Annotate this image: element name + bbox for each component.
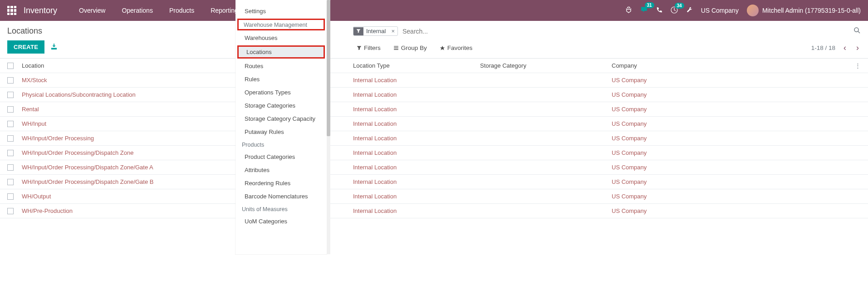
list-row[interactable]: WH/Input/Order Processing/Dispatch Zone/… bbox=[0, 175, 235, 189]
location-name[interactable]: WH/Input bbox=[22, 120, 46, 127]
cell-type[interactable]: Internal Location bbox=[353, 106, 480, 113]
list-row[interactable]: Rental bbox=[0, 102, 235, 117]
checkbox[interactable] bbox=[7, 193, 14, 200]
checkbox[interactable] bbox=[7, 179, 14, 185]
dropdown-item[interactable]: Putaway Rules bbox=[235, 125, 327, 138]
list-row[interactable]: WH/Pre-Production bbox=[0, 204, 235, 218]
location-name[interactable]: WH/Input/Order Processing/Dispatch Zone/… bbox=[22, 178, 153, 185]
dropdown-item[interactable]: Storage Category Capacity bbox=[235, 112, 327, 125]
cell-type[interactable]: Internal Location bbox=[353, 178, 480, 185]
cell-company[interactable]: US Company bbox=[612, 207, 852, 214]
checkbox[interactable] bbox=[7, 106, 14, 113]
optional-columns-icon[interactable]: ⋮ bbox=[852, 62, 861, 69]
dropdown-item[interactable]: UoM Categories bbox=[235, 215, 327, 228]
cell-company[interactable]: US Company bbox=[612, 178, 852, 185]
location-name[interactable]: WH/Input/Order Processing/Dispatch Zone bbox=[22, 149, 133, 156]
dropdown-item[interactable]: Reordering Rules bbox=[235, 177, 327, 190]
list-row[interactable]: WH/Output bbox=[0, 189, 235, 204]
search-icon[interactable] bbox=[853, 27, 861, 35]
cell-type[interactable]: Internal Location bbox=[353, 77, 480, 84]
cell-company[interactable]: US Company bbox=[612, 149, 852, 156]
messages-icon[interactable]: 31 bbox=[640, 6, 648, 15]
cell-company[interactable]: US Company bbox=[612, 164, 852, 171]
checkbox[interactable] bbox=[7, 164, 14, 171]
cell-company[interactable]: US Company bbox=[612, 106, 852, 113]
location-name[interactable]: Rental bbox=[22, 106, 39, 113]
checkbox[interactable] bbox=[7, 121, 14, 127]
cell-company[interactable]: US Company bbox=[612, 135, 852, 142]
activities-icon[interactable]: 34 bbox=[671, 6, 678, 15]
checkbox[interactable] bbox=[7, 77, 14, 84]
tools-icon[interactable] bbox=[686, 6, 693, 15]
dropdown-scrollbar[interactable] bbox=[327, 0, 330, 254]
checkbox-all[interactable] bbox=[7, 63, 14, 69]
list-row[interactable]: WH/Input bbox=[0, 117, 235, 131]
location-name[interactable]: WH/Pre-Production bbox=[22, 207, 73, 214]
company-selector[interactable]: US Company bbox=[701, 7, 739, 14]
favorites-button[interactable]: Favorites bbox=[440, 44, 473, 51]
table-row[interactable]: Internal LocationUS Company bbox=[330, 189, 868, 204]
nav-overview[interactable]: Overview bbox=[71, 1, 113, 20]
bug-icon[interactable] bbox=[625, 6, 632, 15]
cell-type[interactable]: Internal Location bbox=[353, 164, 480, 171]
checkbox[interactable] bbox=[7, 208, 14, 214]
table-row[interactable]: Internal LocationUS Company bbox=[330, 117, 868, 131]
dropdown-item[interactable]: Attributes bbox=[235, 163, 327, 177]
dropdown-item[interactable]: Operations Types bbox=[235, 86, 327, 99]
list-row[interactable]: WH/Input/Order Processing/Dispatch Zone/… bbox=[0, 160, 235, 175]
list-row[interactable]: Physical Locations/Subcontracting Locati… bbox=[0, 88, 235, 102]
table-row[interactable]: Internal LocationUS Company bbox=[330, 175, 868, 189]
dropdown-item[interactable]: Storage Categories bbox=[235, 99, 327, 112]
cell-company[interactable]: US Company bbox=[612, 77, 852, 84]
table-row[interactable]: Internal LocationUS Company bbox=[330, 73, 868, 88]
table-row[interactable]: Internal LocationUS Company bbox=[330, 102, 868, 117]
location-name[interactable]: WH/Output bbox=[22, 193, 51, 200]
cell-type[interactable]: Internal Location bbox=[353, 193, 480, 200]
cell-type[interactable]: Internal Location bbox=[353, 207, 480, 214]
search-input[interactable] bbox=[402, 28, 853, 35]
pager-next[interactable]: › bbox=[854, 43, 861, 53]
checkbox[interactable] bbox=[7, 150, 14, 156]
table-row[interactable]: Internal LocationUS Company bbox=[330, 88, 868, 102]
cell-type[interactable]: Internal Location bbox=[353, 91, 480, 98]
dropdown-item[interactable]: Warehouses bbox=[235, 31, 327, 44]
list-row[interactable]: WH/Input/Order Processing bbox=[0, 131, 235, 146]
list-row[interactable]: MX/Stock bbox=[0, 73, 235, 88]
app-brand[interactable]: Inventory bbox=[24, 6, 57, 15]
filters-button[interactable]: Filters bbox=[357, 44, 381, 51]
user-menu[interactable]: Mitchell Admin (17795319-15-0-all) bbox=[747, 5, 861, 16]
table-row[interactable]: Internal LocationUS Company bbox=[330, 204, 868, 218]
cell-company[interactable]: US Company bbox=[612, 120, 852, 127]
facet-remove[interactable]: × bbox=[388, 27, 397, 35]
pager-text[interactable]: 1-18 / 18 bbox=[811, 44, 835, 51]
dropdown-item[interactable]: Settings bbox=[235, 5, 327, 18]
create-button[interactable]: CREATE bbox=[7, 40, 44, 54]
location-name[interactable]: WH/Input/Order Processing/Dispatch Zone/… bbox=[22, 164, 153, 171]
nav-products[interactable]: Products bbox=[161, 1, 202, 20]
cell-company[interactable]: US Company bbox=[612, 91, 852, 98]
table-row[interactable]: Internal LocationUS Company bbox=[330, 146, 868, 160]
dropdown-item[interactable]: Locations bbox=[237, 45, 325, 59]
dropdown-item[interactable]: Barcode Nomenclatures bbox=[235, 190, 327, 203]
apps-icon[interactable] bbox=[7, 6, 16, 15]
table-row[interactable]: Internal LocationUS Company bbox=[330, 160, 868, 175]
phone-icon[interactable] bbox=[656, 7, 662, 15]
location-name[interactable]: Physical Locations/Subcontracting Locati… bbox=[22, 91, 136, 98]
checkbox[interactable] bbox=[7, 135, 14, 142]
nav-operations[interactable]: Operations bbox=[113, 1, 161, 20]
list-row[interactable]: WH/Input/Order Processing/Dispatch Zone bbox=[0, 146, 235, 160]
dropdown-item[interactable]: Product Categories bbox=[235, 150, 327, 163]
checkbox[interactable] bbox=[7, 92, 14, 98]
dropdown-item[interactable]: Routes bbox=[235, 59, 327, 73]
pager-prev[interactable]: ‹ bbox=[842, 43, 848, 53]
groupby-button[interactable]: Group By bbox=[393, 44, 427, 51]
cell-company[interactable]: US Company bbox=[612, 193, 852, 200]
location-name[interactable]: WH/Input/Order Processing bbox=[22, 135, 94, 142]
location-name[interactable]: MX/Stock bbox=[22, 77, 47, 84]
cell-type[interactable]: Internal Location bbox=[353, 135, 480, 142]
table-row[interactable]: Internal LocationUS Company bbox=[330, 131, 868, 146]
cell-type[interactable]: Internal Location bbox=[353, 149, 480, 156]
dropdown-item[interactable]: Rules bbox=[235, 73, 327, 86]
cell-type[interactable]: Internal Location bbox=[353, 120, 480, 127]
download-icon[interactable] bbox=[51, 43, 57, 51]
